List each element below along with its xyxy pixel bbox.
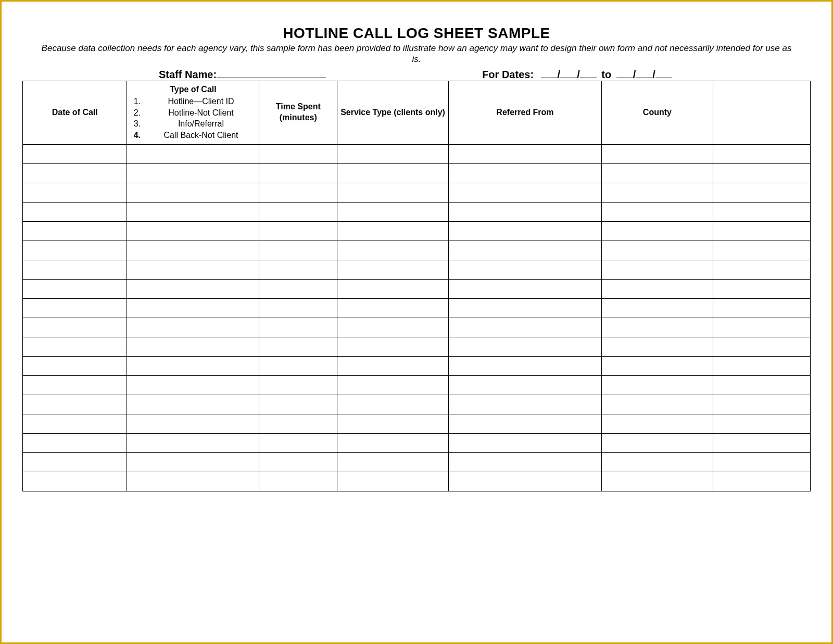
- table-cell[interactable]: [23, 375, 127, 395]
- table-cell[interactable]: [259, 298, 337, 318]
- table-cell[interactable]: [23, 298, 127, 318]
- table-cell[interactable]: [448, 356, 601, 375]
- table-cell[interactable]: [713, 452, 810, 472]
- table-cell[interactable]: [127, 279, 259, 298]
- table-cell[interactable]: [259, 452, 337, 472]
- table-cell[interactable]: [337, 356, 449, 375]
- table-cell[interactable]: [127, 221, 259, 241]
- table-cell[interactable]: [713, 144, 810, 163]
- table-cell[interactable]: [713, 260, 810, 279]
- table-cell[interactable]: [713, 356, 810, 375]
- table-cell[interactable]: [127, 163, 259, 183]
- table-cell[interactable]: [448, 395, 601, 414]
- table-cell[interactable]: [259, 337, 337, 356]
- table-cell[interactable]: [601, 356, 713, 375]
- table-cell[interactable]: [601, 337, 713, 356]
- table-cell[interactable]: [713, 202, 810, 221]
- table-cell[interactable]: [601, 395, 713, 414]
- table-cell[interactable]: [713, 414, 810, 433]
- table-cell[interactable]: [259, 202, 337, 221]
- table-cell[interactable]: [713, 395, 810, 414]
- table-cell[interactable]: [259, 163, 337, 183]
- table-cell[interactable]: [337, 241, 449, 260]
- table-cell[interactable]: [259, 375, 337, 395]
- table-cell[interactable]: [713, 298, 810, 318]
- table-cell[interactable]: [259, 221, 337, 241]
- table-cell[interactable]: [23, 221, 127, 241]
- table-cell[interactable]: [259, 318, 337, 337]
- table-cell[interactable]: [337, 395, 449, 414]
- table-cell[interactable]: [337, 221, 449, 241]
- table-cell[interactable]: [448, 279, 601, 298]
- table-cell[interactable]: [337, 279, 449, 298]
- table-cell[interactable]: [337, 337, 449, 356]
- table-cell[interactable]: [23, 163, 127, 183]
- table-cell[interactable]: [23, 472, 127, 491]
- table-cell[interactable]: [259, 356, 337, 375]
- table-cell[interactable]: [259, 241, 337, 260]
- table-cell[interactable]: [337, 260, 449, 279]
- table-cell[interactable]: [127, 414, 259, 433]
- table-cell[interactable]: [127, 318, 259, 337]
- table-cell[interactable]: [259, 144, 337, 163]
- table-cell[interactable]: [713, 433, 810, 452]
- date-from-mm[interactable]: [541, 67, 558, 78]
- date-to-dd[interactable]: [636, 67, 652, 78]
- table-cell[interactable]: [23, 260, 127, 279]
- table-cell[interactable]: [448, 298, 601, 318]
- table-cell[interactable]: [601, 279, 713, 298]
- table-cell[interactable]: [23, 183, 127, 202]
- table-cell[interactable]: [601, 375, 713, 395]
- table-cell[interactable]: [337, 298, 449, 318]
- table-cell[interactable]: [127, 375, 259, 395]
- table-cell[interactable]: [448, 452, 601, 472]
- table-cell[interactable]: [601, 452, 713, 472]
- table-cell[interactable]: [713, 375, 810, 395]
- table-cell[interactable]: [337, 433, 449, 452]
- table-cell[interactable]: [448, 221, 601, 241]
- table-cell[interactable]: [448, 202, 601, 221]
- table-cell[interactable]: [127, 395, 259, 414]
- table-cell[interactable]: [713, 221, 810, 241]
- table-cell[interactable]: [23, 241, 127, 260]
- table-cell[interactable]: [127, 183, 259, 202]
- table-cell[interactable]: [337, 202, 449, 221]
- table-cell[interactable]: [23, 202, 127, 221]
- table-cell[interactable]: [337, 375, 449, 395]
- table-cell[interactable]: [23, 395, 127, 414]
- table-cell[interactable]: [601, 202, 713, 221]
- date-from-dd[interactable]: [560, 67, 577, 78]
- table-cell[interactable]: [23, 356, 127, 375]
- table-cell[interactable]: [448, 414, 601, 433]
- table-cell[interactable]: [448, 183, 601, 202]
- table-cell[interactable]: [601, 260, 713, 279]
- table-cell[interactable]: [601, 472, 713, 491]
- table-cell[interactable]: [601, 298, 713, 318]
- table-cell[interactable]: [23, 144, 127, 163]
- table-cell[interactable]: [23, 433, 127, 452]
- table-cell[interactable]: [448, 433, 601, 452]
- table-cell[interactable]: [337, 318, 449, 337]
- table-cell[interactable]: [713, 163, 810, 183]
- table-cell[interactable]: [448, 163, 601, 183]
- table-cell[interactable]: [448, 260, 601, 279]
- table-cell[interactable]: [448, 337, 601, 356]
- table-cell[interactable]: [601, 144, 713, 163]
- table-cell[interactable]: [713, 318, 810, 337]
- table-cell[interactable]: [601, 221, 713, 241]
- date-to-mm[interactable]: [616, 67, 633, 78]
- table-cell[interactable]: [713, 337, 810, 356]
- table-cell[interactable]: [448, 472, 601, 491]
- table-cell[interactable]: [337, 452, 449, 472]
- date-to-yy[interactable]: [655, 67, 672, 78]
- table-cell[interactable]: [127, 433, 259, 452]
- table-cell[interactable]: [259, 260, 337, 279]
- table-cell[interactable]: [601, 183, 713, 202]
- table-cell[interactable]: [127, 298, 259, 318]
- table-cell[interactable]: [127, 260, 259, 279]
- table-cell[interactable]: [127, 472, 259, 491]
- table-cell[interactable]: [23, 337, 127, 356]
- table-cell[interactable]: [337, 163, 449, 183]
- table-cell[interactable]: [601, 414, 713, 433]
- table-cell[interactable]: [259, 414, 337, 433]
